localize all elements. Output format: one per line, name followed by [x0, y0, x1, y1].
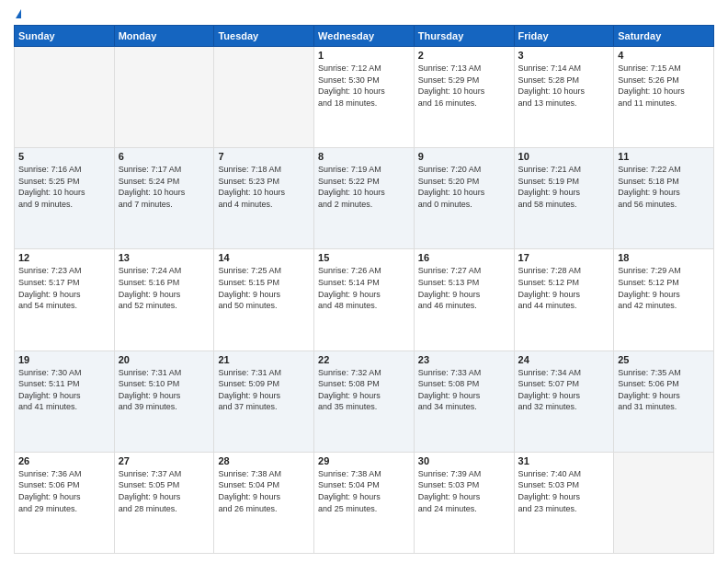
calendar-cell: 22Sunrise: 7:32 AM Sunset: 5:08 PM Dayli…	[314, 350, 415, 452]
day-number: 24	[518, 354, 610, 365]
day-info: Sunrise: 7:37 AM Sunset: 5:05 PM Dayligh…	[119, 468, 210, 514]
day-info: Sunrise: 7:27 AM Sunset: 5:13 PM Dayligh…	[418, 265, 510, 311]
day-number: 16	[418, 252, 510, 263]
day-info: Sunrise: 7:35 AM Sunset: 5:06 PM Dayligh…	[618, 367, 710, 413]
calendar-cell: 19Sunrise: 7:30 AM Sunset: 5:11 PM Dayli…	[15, 350, 115, 452]
day-info: Sunrise: 7:15 AM Sunset: 5:26 PM Dayligh…	[618, 63, 710, 109]
calendar-day-header: Sunday	[15, 26, 115, 47]
day-number: 1	[318, 50, 410, 61]
calendar-day-header: Tuesday	[214, 26, 314, 47]
day-info: Sunrise: 7:26 AM Sunset: 5:14 PM Dayligh…	[318, 265, 410, 311]
day-info: Sunrise: 7:19 AM Sunset: 5:22 PM Dayligh…	[318, 164, 410, 210]
calendar-cell: 25Sunrise: 7:35 AM Sunset: 5:06 PM Dayli…	[614, 350, 714, 452]
calendar-cell: 31Sunrise: 7:40 AM Sunset: 5:03 PM Dayli…	[514, 452, 614, 553]
day-info: Sunrise: 7:40 AM Sunset: 5:03 PM Dayligh…	[518, 468, 610, 514]
day-number: 15	[318, 252, 410, 263]
calendar-cell	[214, 47, 314, 148]
calendar-cell: 7Sunrise: 7:18 AM Sunset: 5:23 PM Daylig…	[214, 148, 314, 249]
day-number: 28	[218, 455, 310, 466]
page: SundayMondayTuesdayWednesdayThursdayFrid…	[0, 0, 728, 563]
day-info: Sunrise: 7:31 AM Sunset: 5:10 PM Dayligh…	[119, 367, 210, 413]
header	[14, 9, 714, 19]
calendar-week-row: 12Sunrise: 7:23 AM Sunset: 5:17 PM Dayli…	[15, 249, 714, 350]
calendar-cell: 15Sunrise: 7:26 AM Sunset: 5:14 PM Dayli…	[314, 249, 415, 350]
day-number: 11	[618, 151, 710, 162]
calendar-cell	[614, 452, 714, 553]
day-info: Sunrise: 7:25 AM Sunset: 5:15 PM Dayligh…	[218, 265, 310, 311]
calendar-cell: 8Sunrise: 7:19 AM Sunset: 5:22 PM Daylig…	[314, 148, 415, 249]
day-info: Sunrise: 7:30 AM Sunset: 5:11 PM Dayligh…	[18, 367, 110, 413]
day-number: 22	[318, 354, 410, 365]
day-number: 19	[18, 354, 110, 365]
day-number: 25	[618, 354, 710, 365]
day-number: 27	[119, 455, 210, 466]
calendar-cell: 1Sunrise: 7:12 AM Sunset: 5:30 PM Daylig…	[314, 47, 415, 148]
day-number: 23	[418, 354, 510, 365]
calendar-cell: 12Sunrise: 7:23 AM Sunset: 5:17 PM Dayli…	[15, 249, 115, 350]
day-info: Sunrise: 7:38 AM Sunset: 5:04 PM Dayligh…	[218, 468, 310, 514]
day-info: Sunrise: 7:20 AM Sunset: 5:20 PM Dayligh…	[418, 164, 510, 210]
calendar-week-row: 26Sunrise: 7:36 AM Sunset: 5:06 PM Dayli…	[15, 452, 714, 553]
calendar-day-header: Wednesday	[314, 26, 415, 47]
calendar-cell: 26Sunrise: 7:36 AM Sunset: 5:06 PM Dayli…	[15, 452, 115, 553]
calendar-week-row: 5Sunrise: 7:16 AM Sunset: 5:25 PM Daylig…	[15, 148, 714, 249]
day-number: 3	[518, 50, 610, 61]
day-number: 29	[318, 455, 410, 466]
calendar-cell: 9Sunrise: 7:20 AM Sunset: 5:20 PM Daylig…	[414, 148, 514, 249]
calendar-cell: 18Sunrise: 7:29 AM Sunset: 5:12 PM Dayli…	[614, 249, 714, 350]
day-info: Sunrise: 7:23 AM Sunset: 5:17 PM Dayligh…	[18, 265, 110, 311]
calendar-cell: 5Sunrise: 7:16 AM Sunset: 5:25 PM Daylig…	[15, 148, 115, 249]
calendar-cell: 28Sunrise: 7:38 AM Sunset: 5:04 PM Dayli…	[214, 452, 314, 553]
calendar-cell: 13Sunrise: 7:24 AM Sunset: 5:16 PM Dayli…	[114, 249, 214, 350]
day-info: Sunrise: 7:12 AM Sunset: 5:30 PM Dayligh…	[318, 63, 410, 109]
calendar-cell: 23Sunrise: 7:33 AM Sunset: 5:08 PM Dayli…	[414, 350, 514, 452]
day-number: 4	[618, 50, 710, 61]
day-number: 8	[318, 151, 410, 162]
day-info: Sunrise: 7:36 AM Sunset: 5:06 PM Dayligh…	[18, 468, 110, 514]
calendar-cell: 29Sunrise: 7:38 AM Sunset: 5:04 PM Dayli…	[314, 452, 415, 553]
day-info: Sunrise: 7:22 AM Sunset: 5:18 PM Dayligh…	[618, 164, 710, 210]
calendar-cell: 11Sunrise: 7:22 AM Sunset: 5:18 PM Dayli…	[614, 148, 714, 249]
day-number: 21	[218, 354, 310, 365]
day-number: 12	[18, 252, 110, 263]
calendar-cell: 21Sunrise: 7:31 AM Sunset: 5:09 PM Dayli…	[214, 350, 314, 452]
day-info: Sunrise: 7:17 AM Sunset: 5:24 PM Dayligh…	[119, 164, 210, 210]
calendar-day-header: Saturday	[614, 26, 714, 47]
day-number: 20	[119, 354, 210, 365]
day-info: Sunrise: 7:29 AM Sunset: 5:12 PM Dayligh…	[618, 265, 710, 311]
day-info: Sunrise: 7:32 AM Sunset: 5:08 PM Dayligh…	[318, 367, 410, 413]
day-info: Sunrise: 7:14 AM Sunset: 5:28 PM Dayligh…	[518, 63, 610, 109]
day-info: Sunrise: 7:16 AM Sunset: 5:25 PM Dayligh…	[18, 164, 110, 210]
calendar-day-header: Friday	[514, 26, 614, 47]
day-number: 6	[119, 151, 210, 162]
day-number: 13	[119, 252, 210, 263]
day-number: 30	[418, 455, 510, 466]
day-info: Sunrise: 7:33 AM Sunset: 5:08 PM Dayligh…	[418, 367, 510, 413]
calendar-day-header: Thursday	[414, 26, 514, 47]
calendar-cell: 3Sunrise: 7:14 AM Sunset: 5:28 PM Daylig…	[514, 47, 614, 148]
calendar-cell: 14Sunrise: 7:25 AM Sunset: 5:15 PM Dayli…	[214, 249, 314, 350]
calendar-week-row: 19Sunrise: 7:30 AM Sunset: 5:11 PM Dayli…	[15, 350, 714, 452]
day-info: Sunrise: 7:34 AM Sunset: 5:07 PM Dayligh…	[518, 367, 610, 413]
day-number: 9	[418, 151, 510, 162]
day-info: Sunrise: 7:21 AM Sunset: 5:19 PM Dayligh…	[518, 164, 610, 210]
day-info: Sunrise: 7:28 AM Sunset: 5:12 PM Dayligh…	[518, 265, 610, 311]
calendar-cell: 16Sunrise: 7:27 AM Sunset: 5:13 PM Dayli…	[414, 249, 514, 350]
calendar-cell	[114, 47, 214, 148]
day-info: Sunrise: 7:24 AM Sunset: 5:16 PM Dayligh…	[119, 265, 210, 311]
calendar-cell	[15, 47, 115, 148]
day-info: Sunrise: 7:39 AM Sunset: 5:03 PM Dayligh…	[418, 468, 510, 514]
day-number: 18	[618, 252, 710, 263]
logo-arrow-icon	[16, 9, 21, 18]
calendar-header-row: SundayMondayTuesdayWednesdayThursdayFrid…	[15, 26, 714, 47]
day-number: 14	[218, 252, 310, 263]
calendar-cell: 20Sunrise: 7:31 AM Sunset: 5:10 PM Dayli…	[114, 350, 214, 452]
calendar-cell: 30Sunrise: 7:39 AM Sunset: 5:03 PM Dayli…	[414, 452, 514, 553]
day-info: Sunrise: 7:18 AM Sunset: 5:23 PM Dayligh…	[218, 164, 310, 210]
calendar-table: SundayMondayTuesdayWednesdayThursdayFrid…	[14, 25, 714, 554]
day-number: 2	[418, 50, 510, 61]
day-number: 26	[18, 455, 110, 466]
day-number: 10	[518, 151, 610, 162]
calendar-cell: 24Sunrise: 7:34 AM Sunset: 5:07 PM Dayli…	[514, 350, 614, 452]
calendar-cell: 27Sunrise: 7:37 AM Sunset: 5:05 PM Dayli…	[114, 452, 214, 553]
